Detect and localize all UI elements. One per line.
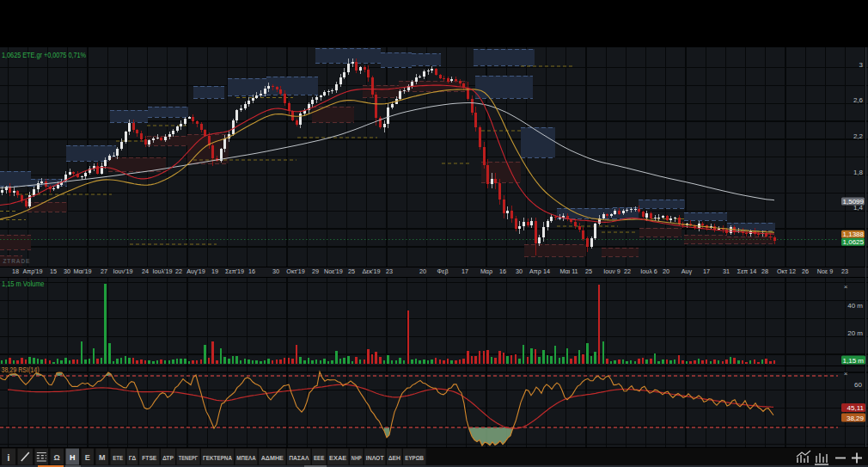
svg-text:60: 60 bbox=[854, 381, 862, 389]
svg-text:Μαι 11: Μαι 11 bbox=[559, 267, 578, 275]
svg-text:Μαι'19: Μαι'19 bbox=[73, 267, 91, 275]
svg-text:17: 17 bbox=[703, 267, 710, 275]
svg-text:ΓΔ: ΓΔ bbox=[129, 454, 137, 462]
svg-text:Δεκ'19: Δεκ'19 bbox=[363, 267, 381, 275]
svg-text:31: 31 bbox=[723, 267, 730, 275]
svg-text:16: 16 bbox=[499, 267, 506, 275]
svg-text:38,29 RSI(14): 38,29 RSI(14) bbox=[2, 366, 40, 374]
svg-text:30: 30 bbox=[272, 267, 279, 275]
svg-text:19: 19 bbox=[211, 267, 218, 275]
svg-text:23: 23 bbox=[841, 267, 848, 275]
svg-text:22: 22 bbox=[175, 267, 182, 275]
svg-text:ΓΕΚΤΕΡΝΑ: ΓΕΚΤΕΡΝΑ bbox=[203, 454, 232, 462]
svg-text:E: E bbox=[85, 453, 90, 462]
svg-text:3: 3 bbox=[859, 61, 864, 69]
svg-text:Μαρ: Μαρ bbox=[480, 267, 492, 275]
svg-text:20 m: 20 m bbox=[847, 329, 863, 337]
svg-text:FTSE: FTSE bbox=[142, 454, 157, 462]
svg-text:Ιουλ'19: Ιουλ'19 bbox=[153, 267, 173, 275]
svg-text:ΑΔΜΗΕ: ΑΔΜΗΕ bbox=[261, 454, 284, 462]
svg-text:24: 24 bbox=[142, 267, 149, 275]
svg-text:ZTRADE: ZTRADE bbox=[3, 258, 31, 264]
svg-text:23: 23 bbox=[386, 267, 393, 275]
svg-text:Ιουν'19: Ιουν'19 bbox=[113, 267, 133, 275]
svg-text:ΕΥΡΩΒ: ΕΥΡΩΒ bbox=[405, 454, 424, 462]
svg-text:ΕΕΕ: ΕΕΕ bbox=[314, 454, 325, 462]
svg-text:45,11: 45,11 bbox=[847, 404, 865, 412]
svg-text:16: 16 bbox=[248, 267, 255, 275]
svg-text:ΠΑΣΑΛ: ΠΑΣΑΛ bbox=[289, 454, 309, 462]
svg-text:M: M bbox=[99, 453, 106, 462]
svg-text:2,6: 2,6 bbox=[853, 96, 864, 104]
svg-text:Οκτ'19: Οκτ'19 bbox=[286, 267, 304, 275]
svg-text:×: × bbox=[844, 370, 848, 378]
svg-text:Αυγ'19: Αυγ'19 bbox=[186, 267, 205, 275]
svg-text:25: 25 bbox=[348, 267, 355, 275]
svg-text:2,2: 2,2 bbox=[853, 132, 864, 140]
svg-text:ΜΠΕΛΑ: ΜΠΕΛΑ bbox=[236, 454, 255, 462]
svg-text:ΤΕΝΕΡΓ: ΤΕΝΕΡΓ bbox=[179, 454, 198, 462]
svg-text:1,15 m: 1,15 m bbox=[843, 357, 865, 365]
svg-text:1,0625 ETE.gr +0,0075 0,71%: 1,0625 ETE.gr +0,0075 0,71% bbox=[2, 51, 86, 59]
svg-text:Οκτ 12: Οκτ 12 bbox=[777, 267, 796, 275]
svg-text:Αυγ: Αυγ bbox=[682, 267, 693, 275]
svg-text:22: 22 bbox=[624, 267, 631, 275]
svg-text:ΕΧΑΕ: ΕΧΑΕ bbox=[329, 454, 347, 462]
svg-text:Σεπ'19: Σεπ'19 bbox=[225, 267, 244, 275]
svg-text:Ιουν 9: Ιουν 9 bbox=[603, 267, 620, 275]
svg-text:38,29: 38,29 bbox=[847, 415, 865, 422]
svg-text:Απρ 14: Απρ 14 bbox=[529, 267, 550, 275]
svg-text:ΔΕΗ: ΔΕΗ bbox=[388, 454, 400, 462]
svg-text:27: 27 bbox=[101, 267, 107, 275]
svg-text:29: 29 bbox=[312, 267, 319, 275]
svg-text:18: 18 bbox=[12, 267, 19, 275]
svg-text:ΔΤΡ: ΔΤΡ bbox=[162, 454, 174, 462]
svg-text:Απρ'19: Απρ'19 bbox=[22, 267, 42, 275]
svg-text:20: 20 bbox=[663, 267, 669, 275]
svg-text:26: 26 bbox=[802, 267, 809, 275]
svg-text:15: 15 bbox=[50, 267, 57, 275]
svg-text:Φεβ: Φεβ bbox=[437, 267, 448, 275]
svg-text:Νοε'19: Νοε'19 bbox=[324, 267, 343, 275]
svg-text:ΙΝΛΟΤ: ΙΝΛΟΤ bbox=[366, 454, 384, 462]
svg-text:30: 30 bbox=[516, 267, 523, 275]
svg-text:ΝΗΡ: ΝΗΡ bbox=[351, 454, 362, 462]
svg-text:1,15 m Volume: 1,15 m Volume bbox=[2, 280, 45, 288]
svg-text:i: i bbox=[8, 453, 10, 463]
svg-text:40 m: 40 m bbox=[847, 302, 863, 310]
svg-text:25: 25 bbox=[585, 267, 592, 275]
svg-text:1,1388: 1,1388 bbox=[843, 230, 865, 238]
svg-text:Νοε 9: Νοε 9 bbox=[817, 267, 833, 275]
svg-text:1,5099: 1,5099 bbox=[843, 198, 865, 206]
svg-text:H: H bbox=[70, 453, 76, 462]
svg-text:17: 17 bbox=[462, 267, 468, 275]
svg-text:28: 28 bbox=[761, 267, 768, 275]
svg-text:×: × bbox=[844, 283, 848, 291]
svg-text:ETE: ETE bbox=[113, 454, 124, 462]
svg-text:30: 30 bbox=[64, 267, 70, 275]
svg-text:1,0625: 1,0625 bbox=[843, 238, 865, 246]
svg-text:Σεπ 14: Σεπ 14 bbox=[737, 267, 757, 275]
svg-text:Ω: Ω bbox=[54, 453, 60, 462]
svg-text:1,8: 1,8 bbox=[853, 169, 864, 176]
svg-text:20: 20 bbox=[419, 267, 426, 275]
svg-text:Ιουλ 6: Ιουλ 6 bbox=[640, 267, 657, 275]
